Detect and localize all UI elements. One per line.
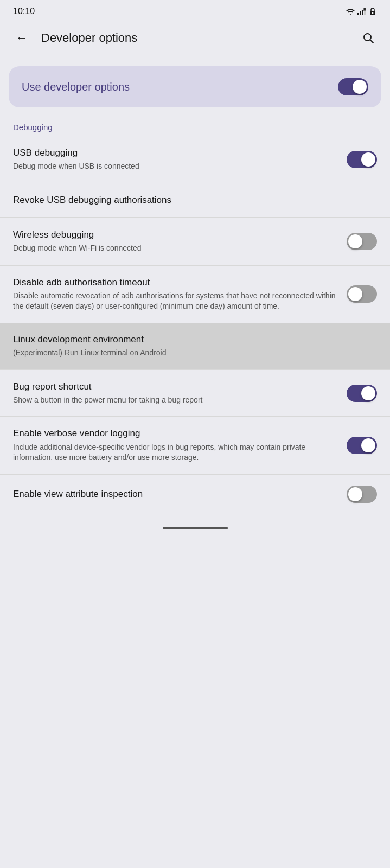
svg-point-6: [372, 12, 374, 14]
bottom-indicator: [0, 518, 390, 538]
wifi-icon: [346, 8, 355, 15]
back-button[interactable]: ←: [11, 27, 33, 49]
revoke-usb-text: Revoke USB debugging authorisations: [13, 194, 377, 206]
wireless-debugging-subtitle: Debug mode when Wi-Fi is connected: [13, 243, 331, 254]
wireless-debugging-text: Wireless debugging Debug mode when Wi-Fi…: [13, 229, 331, 254]
svg-rect-1: [360, 11, 361, 15]
verbose-vendor-logging-subtitle: Include additional device-specific vendo…: [13, 442, 338, 463]
status-bar: 10:10 R: [0, 0, 390, 21]
disable-adb-timeout-text: Disable adb authorisation timeout Disabl…: [13, 277, 338, 312]
page-title: Developer options: [41, 31, 349, 45]
disable-adb-toggle[interactable]: [347, 285, 377, 303]
status-time: 10:10: [13, 7, 35, 16]
wireless-toggle-group: [340, 228, 377, 254]
bug-report-item[interactable]: Bug report shortcut Show a button in the…: [0, 370, 390, 417]
toggle-thumb: [348, 487, 362, 501]
usb-debugging-item[interactable]: USB debugging Debug mode when USB is con…: [0, 136, 390, 183]
app-bar: ← Developer options: [0, 21, 390, 55]
content-area: Use developer options Debugging USB debu…: [0, 55, 390, 518]
bug-report-title: Bug report shortcut: [13, 381, 338, 393]
usb-debugging-subtitle: Debug mode when USB is connected: [13, 161, 338, 172]
disable-adb-timeout-subtitle: Disable automatic revocation of adb auth…: [13, 291, 338, 312]
back-arrow-icon: ←: [16, 31, 28, 45]
view-attribute-inspection-toggle[interactable]: [347, 486, 377, 503]
status-icons: R: [346, 7, 377, 16]
svg-text:R: R: [363, 8, 366, 11]
toggle-thumb: [361, 152, 375, 167]
view-attribute-inspection-item[interactable]: Enable view attribute inspection: [0, 475, 390, 514]
nav-pill: [163, 527, 228, 529]
revoke-usb-title: Revoke USB debugging authorisations: [13, 194, 377, 206]
usb-debugging-toggle[interactable]: [347, 151, 377, 168]
usb-debugging-text: USB debugging Debug mode when USB is con…: [13, 147, 338, 172]
bug-report-toggle[interactable]: [347, 385, 377, 402]
vertical-divider: [340, 228, 340, 254]
disable-adb-timeout-item[interactable]: Disable adb authorisation timeout Disabl…: [0, 266, 390, 323]
debugging-section-header: Debugging: [0, 114, 390, 136]
svg-line-8: [370, 40, 374, 43]
revoke-usb-item[interactable]: Revoke USB debugging authorisations: [0, 183, 390, 217]
disable-adb-timeout-title: Disable adb authorisation timeout: [13, 277, 338, 289]
linux-dev-env-item[interactable]: Linux development environment (Experimen…: [0, 323, 390, 369]
bug-report-text: Bug report shortcut Show a button in the…: [13, 381, 338, 406]
verbose-vendor-logging-toggle[interactable]: [347, 437, 377, 454]
signal-icon: R: [357, 8, 366, 15]
linux-dev-env-subtitle: (Experimental) Run Linux terminal on And…: [13, 348, 377, 359]
linux-dev-env-text: Linux development environment (Experimen…: [13, 334, 377, 359]
verbose-vendor-logging-text: Enable verbose vendor logging Include ad…: [13, 427, 338, 463]
dev-options-label: Use developer options: [22, 81, 130, 93]
toggle-thumb: [361, 438, 375, 452]
dev-options-card[interactable]: Use developer options: [9, 66, 381, 107]
toggle-thumb: [353, 80, 367, 94]
view-attribute-inspection-title: Enable view attribute inspection: [13, 488, 338, 500]
bug-report-subtitle: Show a button in the power menu for taki…: [13, 395, 338, 406]
usb-debugging-title: USB debugging: [13, 147, 338, 159]
toggle-thumb: [361, 386, 375, 400]
dev-options-toggle[interactable]: [338, 78, 368, 95]
view-attribute-inspection-text: Enable view attribute inspection: [13, 488, 338, 500]
svg-rect-0: [357, 13, 359, 15]
wireless-debugging-item[interactable]: Wireless debugging Debug mode when Wi-Fi…: [0, 218, 390, 265]
linux-dev-env-title: Linux development environment: [13, 334, 377, 346]
search-icon: [362, 31, 375, 44]
search-button[interactable]: [357, 27, 379, 49]
verbose-vendor-logging-item[interactable]: Enable verbose vendor logging Include ad…: [0, 417, 390, 474]
toggle-thumb: [348, 234, 362, 248]
wireless-debugging-toggle[interactable]: [347, 233, 377, 250]
security-icon: [368, 7, 377, 16]
verbose-vendor-logging-title: Enable verbose vendor logging: [13, 427, 338, 439]
wireless-debugging-title: Wireless debugging: [13, 229, 331, 241]
